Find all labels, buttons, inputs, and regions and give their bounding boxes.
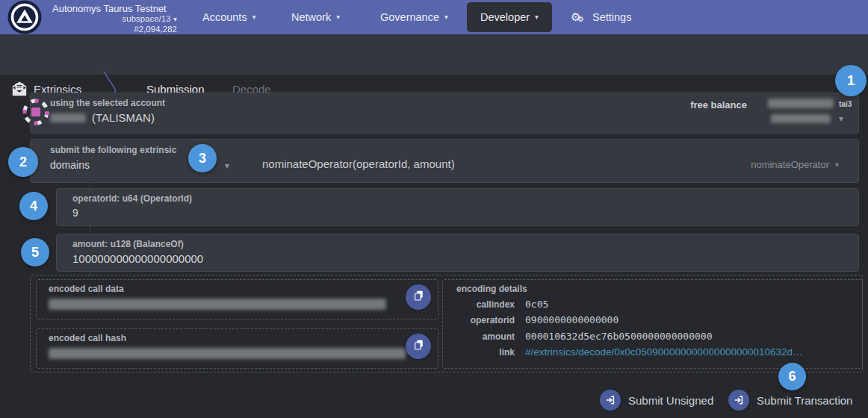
param-amount-field[interactable]: amount: u128 (BalanceOf) 100000000000000… [56,234,859,272]
sign-in-icon [728,390,749,411]
autonomys-logo-icon[interactable] [7,0,42,34]
param-amount-input[interactable]: 100000000000000000000 [72,252,203,265]
account-select-label: using the selected account [50,98,165,108]
copy-icon [413,290,424,305]
copy-call-hash-button[interactable] [406,334,431,359]
account-dropdown-chevron-icon[interactable]: ▾ [839,114,843,123]
account-name-redacted [50,113,86,122]
balance-secondary-redacted [771,114,831,123]
block-number: #2,094,282 [52,25,177,35]
encoded-call-hash-redacted [49,348,406,359]
free-balance-value-redacted [768,99,834,108]
nav-settings[interactable]: ⚙⚙ Settings [571,0,631,34]
chevron-down-icon: ▾ [535,13,539,21]
param-operatorid-label: operatorId: u64 (OperatorId) [72,193,192,204]
gears-icon: ⚙⚙ [571,10,587,24]
chevron-down-icon: ▾ [173,15,177,23]
nav-network[interactable]: Network ▾ [291,0,340,34]
extrinsic-select-row: submit the following extrinsic domains ▾… [30,139,859,183]
param-operatorid-input[interactable]: 9 [72,207,78,219]
pallet-select[interactable]: domains [50,159,90,171]
decode-link[interactable]: #/extrinsics/decode/0x0c0509000000000000… [525,346,803,358]
encoding-key-operatorid: operatorid [449,315,515,325]
encoding-details-label: encoding details [456,284,527,294]
submit-unsigned-button[interactable]: Submit Unsigned [600,390,713,411]
copy-icon [413,339,424,354]
method-select[interactable]: nominateOperator(operatorId, amount) [262,157,455,170]
encoded-call-data-label: encoded call data [49,284,124,294]
chevron-down-icon: ▾ [252,13,256,21]
encoding-key-callindex: callindex [449,299,515,310]
chain-info: Autonomys Taurus Testnet subspace/13 ▾ #… [52,3,177,34]
annotation-badge-6: 6 [778,363,806,390]
encoded-call-hash-label: encoded call hash [49,333,126,343]
encoding-value-amount: 000010632d5ec76b0500000000000000 [525,331,712,342]
runtime-selector[interactable]: subspace/13 ▾ [52,14,177,25]
encoding-value-callindex: 0c05 [525,299,548,310]
encoding-key-link: link [449,347,515,358]
encoding-details-box: encoding details callindex 0c05 operator… [442,279,863,369]
annotation-badge-4: 4 [19,192,48,220]
annotation-badge-5: 5 [21,238,49,266]
encoded-call-hash-box: encoded call hash [36,328,438,369]
encoding-value-operatorid: 0900000000000000 [525,314,619,325]
encoding-key-amount: amount [449,331,515,342]
top-nav-bar: Autonomys Taurus Testnet subspace/13 ▾ #… [0,0,868,34]
annotation-badge-1: 1 [835,65,867,96]
method-selected-value[interactable]: nominateOperator ▾ [751,159,839,170]
encoded-call-data-box: encoded call data [36,279,438,319]
free-balance-label: free balance [690,99,747,110]
annotation-badge-3: 3 [188,144,217,172]
encoded-call-data-redacted [49,299,386,310]
account-identicon[interactable] [21,97,51,127]
param-amount-label: amount: u128 (BalanceOf) [72,239,184,249]
account-name-row: (TALISMAN) [50,111,155,124]
param-operatorid-field[interactable]: operatorId: u64 (OperatorId) 9 [56,188,859,226]
extrinsic-select-label: submit the following extrinsic [50,145,176,155]
chain-name: Autonomys Taurus Testnet [52,3,177,14]
submit-transaction-button[interactable]: Submit Transaction [728,390,852,411]
nav-developer[interactable]: Developer ▾ [467,2,552,32]
balance-unit: tai3 [839,100,852,108]
chevron-down-icon: ▾ [336,13,340,21]
annotation-badge-2: 2 [8,147,38,177]
account-wallet-suffix: (TALISMAN) [92,111,155,124]
copy-call-data-button[interactable] [406,284,431,310]
chevron-down-icon: ▾ [444,13,448,21]
nav-accounts[interactable]: Accounts ▾ [202,0,256,34]
tab-bar: Extrinsics Submission Decode [0,34,868,75]
sign-in-icon [600,390,621,411]
nav-governance[interactable]: Governance ▾ [380,0,448,34]
method-dropdown-chevron-icon: ▾ [835,161,839,169]
account-select[interactable]: using the selected account (TALISMAN) fr… [30,93,859,134]
pallet-dropdown-chevron-icon[interactable]: ▾ [225,161,229,170]
